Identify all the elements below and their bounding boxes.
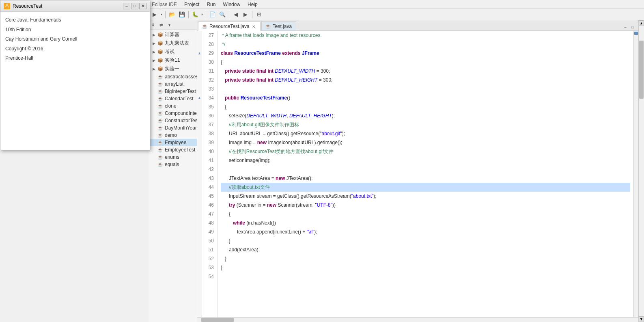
dialog-minimize-button[interactable]: – [123, 3, 130, 9]
fold-marker-32[interactable] [197, 76, 202, 84]
code-line-36: setSize(DEFAULT_WIDTH, DEFAULT_HEIGHT); [221, 111, 630, 120]
java-icon: ☕ [157, 96, 163, 102]
dialog-maximize-button[interactable]: □ [131, 3, 138, 9]
forward-button[interactable]: ▶ [241, 10, 250, 19]
fold-marker-33[interactable] [197, 84, 202, 93]
back-button[interactable]: ◀ [231, 10, 240, 19]
dialog-controls: – □ ✕ [123, 3, 146, 9]
tree-item-abstractclasses[interactable]: ☕ abstractclasses [149, 73, 197, 80]
fold-marker-43[interactable] [197, 174, 202, 183]
gutter-53: 53 [204, 263, 215, 272]
fold-marker-50[interactable] [197, 236, 202, 245]
menu-window[interactable]: Window [220, 1, 243, 8]
scrollbar-thumb-horizontal[interactable] [201, 318, 234, 322]
tree-item-enums[interactable]: ☕ enums [149, 153, 197, 161]
tree-item-daymonthyear[interactable]: ☕ DayMonthYear [149, 124, 197, 132]
fold-marker-30[interactable] [197, 58, 202, 67]
tree-item-compoundinterest[interactable]: ☕ CompoundInterest [149, 110, 197, 117]
fold-marker-47[interactable] [197, 210, 202, 218]
dialog-close-button[interactable]: ✕ [139, 3, 146, 9]
tree-item-constructortest[interactable]: ☕ ConstructorTest [149, 117, 197, 124]
tree-item-employeetest[interactable]: ☕ EmployeeTest [149, 146, 197, 153]
run-button[interactable]: ▶ [150, 10, 159, 19]
fold-marker-53[interactable] [197, 263, 202, 272]
explorer-menu-button[interactable]: ▾ [166, 21, 173, 28]
tree-item-employee[interactable]: ☕ Employee [149, 139, 197, 146]
fold-marker-31[interactable] [197, 67, 202, 76]
open-button[interactable]: 📂 [168, 10, 177, 19]
fold-marker-52[interactable] [197, 254, 202, 263]
tree-item-shiyan1[interactable]: ▶ 📦 实验一 [149, 65, 197, 73]
code-line-39: Image img = new ImageIcon(aboutURL).getI… [221, 138, 630, 147]
tree-item-equals[interactable]: ☕ equals [149, 161, 197, 168]
fold-marker-46[interactable] [197, 201, 202, 210]
search-button[interactable]: 🔍 [218, 10, 227, 19]
scroll-track[interactable] [639, 26, 644, 316]
scroll-thumb[interactable] [639, 41, 644, 99]
debug-button[interactable]: 🐛 [191, 10, 200, 19]
tab-resourcetest[interactable]: ☕ ResourceTest.java ✕ [198, 22, 261, 31]
menu-help[interactable]: Help [244, 1, 261, 8]
perspective-button[interactable]: ⊞ [254, 10, 263, 19]
resource-test-dialog: ⚠ ResourceTest – □ ✕ Core Java: Fundamen… [0, 0, 150, 150]
fold-marker-44[interactable] [197, 183, 202, 192]
java-icon: ☕ [157, 118, 163, 123]
tree-arrow: ▶ [152, 41, 156, 45]
scroll-up-button[interactable]: ▲ [639, 20, 644, 26]
fold-marker-54[interactable] [197, 272, 202, 281]
code-content[interactable]: * A frame that loads image and text reso… [218, 31, 633, 317]
bottom-scrollbar[interactable] [197, 317, 638, 322]
code-line-40: //在找到ResourceTest类的地方查找about.gif文件 [221, 147, 630, 156]
fold-marker-37[interactable] [197, 120, 202, 129]
collapse-all-button[interactable]: ⬇ [149, 21, 157, 28]
fold-marker-35[interactable] [197, 102, 202, 111]
fold-marker-36[interactable] [197, 111, 202, 120]
tab-close-resourcetest[interactable]: ✕ [251, 24, 256, 29]
tree-item-arraylist[interactable]: ☕ arrayList [149, 80, 197, 88]
debug-dropdown[interactable]: ▾ [200, 10, 204, 19]
tree-item-jiujiucheng[interactable]: ▶ 📦 九九乘法表 [149, 39, 197, 48]
fold-marker-27[interactable] [197, 31, 202, 40]
fold-marker-39[interactable] [197, 138, 202, 147]
scroll-down-button[interactable]: ▼ [639, 316, 644, 322]
code-line-42 [221, 165, 630, 174]
tree-item-jisuan[interactable]: ▶ 📦 计算器 [149, 30, 197, 39]
fold-marker-29[interactable]: ▲ [197, 49, 202, 58]
tab-test[interactable]: ☕ Test.java [261, 21, 296, 30]
tree-label: Employee [165, 140, 186, 145]
code-line-35: { [221, 102, 630, 111]
fold-marker-45[interactable] [197, 192, 202, 201]
tree-arrow: ▶ [152, 58, 156, 63]
fold-marker-42[interactable] [197, 165, 202, 174]
new-button[interactable]: 📄 [208, 10, 217, 19]
fold-marker-41[interactable] [197, 156, 202, 165]
tree-item-calendartest[interactable]: ☕ CalendarTest [149, 95, 197, 102]
fold-marker-40[interactable] [197, 147, 202, 156]
gutter-50: 50 [204, 236, 215, 245]
tree-item-demo[interactable]: ☕ demo [149, 132, 197, 139]
save-button[interactable]: 💾 [177, 10, 186, 19]
menu-project[interactable]: Project [181, 1, 202, 8]
link-editor-button[interactable]: ⇄ [157, 21, 165, 28]
code-line-34: public ResourceTestFrame() [221, 93, 630, 102]
fold-marker-48[interactable] [197, 218, 202, 227]
tree-item-biginteger[interactable]: ☕ BigIntegerTest [149, 88, 197, 95]
vertical-scrollbar[interactable]: ▲ ▼ [638, 20, 644, 322]
menu-run[interactable]: Run [203, 1, 219, 8]
tree-item-clone[interactable]: ☕ clone [149, 102, 197, 110]
run-dropdown[interactable]: ▾ [160, 10, 163, 19]
fold-marker-49[interactable] [197, 227, 202, 236]
tree-item-shiyan11[interactable]: ▶ 📦 实验11 [149, 56, 197, 65]
fold-marker-34[interactable]: ▲ [197, 93, 202, 102]
tree-label: 实验一 [165, 65, 179, 72]
editor-maximize-button[interactable]: □ [629, 24, 636, 30]
right-scrollbar-strip[interactable] [633, 31, 638, 317]
fold-marker-51[interactable] [197, 245, 202, 254]
tab-label: ResourceTest.java [209, 24, 250, 29]
fold-marker-38[interactable] [197, 129, 202, 138]
fold-marker-28[interactable] [197, 40, 202, 49]
tree-item-kaoshi[interactable]: ▶ 📦 考试 [149, 48, 197, 56]
gutter-34: 34 [204, 93, 215, 102]
editor-minimize-button[interactable]: – [622, 24, 629, 30]
tree-label: demo [165, 132, 177, 138]
